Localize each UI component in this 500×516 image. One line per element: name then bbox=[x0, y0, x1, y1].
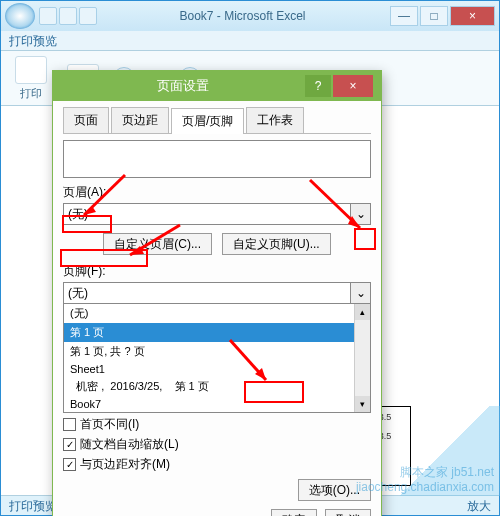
footer-input[interactable] bbox=[63, 282, 351, 304]
dialog-close-button[interactable]: × bbox=[333, 75, 373, 97]
header-preview bbox=[63, 140, 371, 178]
footer-dropdown-list[interactable]: (无) 第 1 页 第 1 页, 共 ? 页 Sheet1 机密 , 2016/… bbox=[63, 303, 371, 413]
checkbox-label: 随文档自动缩放(L) bbox=[80, 436, 179, 453]
dropdown-item[interactable]: (无) bbox=[64, 304, 370, 323]
dialog-help-button[interactable]: ? bbox=[305, 75, 331, 97]
header-dropdown-button[interactable]: ⌄ bbox=[351, 203, 371, 225]
header-input[interactable] bbox=[63, 203, 351, 225]
footer-dropdown-button[interactable]: ⌄ bbox=[351, 282, 371, 304]
dropdown-item[interactable]: 第 1 页, 共 ? 页 bbox=[64, 342, 370, 361]
custom-footer-button[interactable]: 自定义页脚(U)... bbox=[222, 233, 331, 255]
checkbox-diff-first[interactable]: 首页不同(I) bbox=[63, 416, 371, 433]
custom-header-button[interactable]: 自定义页眉(C)... bbox=[103, 233, 212, 255]
qat-undo-icon[interactable] bbox=[59, 7, 77, 25]
dialog-tabs: 页面 页边距 页眉/页脚 工作表 bbox=[63, 107, 371, 134]
scroll-down-icon[interactable]: ▾ bbox=[355, 396, 370, 412]
qat-redo-icon[interactable] bbox=[79, 7, 97, 25]
window-title: Book7 - Microsoft Excel bbox=[97, 9, 388, 23]
scroll-up-icon[interactable]: ▴ bbox=[355, 304, 370, 320]
dropdown-scrollbar[interactable]: ▴ ▾ bbox=[354, 304, 370, 412]
ribbon-tab[interactable]: 打印预览 bbox=[1, 31, 499, 51]
window-buttons: — □ × bbox=[388, 6, 495, 26]
checkbox-label: 与页边距对齐(M) bbox=[80, 456, 170, 473]
options-button[interactable]: 选项(O)... bbox=[298, 479, 371, 501]
dropdown-item[interactable]: 机密 , 2016/3/25, 第 1 页 bbox=[64, 377, 370, 396]
checkbox-align-margin[interactable]: ✓ 与页边距对齐(M) bbox=[63, 456, 371, 473]
office-orb[interactable] bbox=[5, 3, 35, 29]
status-right: 放大 bbox=[467, 498, 491, 513]
dropdown-item[interactable]: Book7 bbox=[64, 396, 370, 412]
header-combo[interactable]: ⌄ bbox=[63, 203, 371, 225]
dialog-body: 页面 页边距 页眉/页脚 工作表 页眉(A): ⌄ 自定义页眉(C)... 自定… bbox=[53, 101, 381, 516]
cancel-button[interactable]: 取消 bbox=[325, 509, 371, 516]
qat-save-icon[interactable] bbox=[39, 7, 57, 25]
page-setup-dialog: 页面设置 ? × 页面 页边距 页眉/页脚 工作表 页眉(A): ⌄ 自定义页眉… bbox=[52, 70, 382, 516]
dialog-title: 页面设置 bbox=[61, 77, 305, 95]
chevron-down-icon: ⌄ bbox=[356, 207, 366, 221]
checkbox-box-checked[interactable]: ✓ bbox=[63, 458, 76, 471]
checkbox-label: 首页不同(I) bbox=[80, 416, 139, 433]
chevron-down-icon: ⌄ bbox=[356, 286, 366, 300]
dialog-titlebar[interactable]: 页面设置 ? × bbox=[53, 71, 381, 101]
window-close-button[interactable]: × bbox=[450, 6, 495, 26]
minimize-button[interactable]: — bbox=[390, 6, 418, 26]
checkbox-scale-doc[interactable]: ✓ 随文档自动缩放(L) bbox=[63, 436, 371, 453]
checkbox-box-checked[interactable]: ✓ bbox=[63, 438, 76, 451]
dialog-footer: 确定 取消 bbox=[63, 509, 371, 516]
quick-access-toolbar bbox=[39, 7, 97, 25]
dropdown-item[interactable]: Sheet1 bbox=[64, 361, 370, 377]
print-label: 打印 bbox=[20, 86, 42, 101]
printer-icon bbox=[15, 56, 47, 84]
tab-page[interactable]: 页面 bbox=[63, 107, 109, 133]
tab-sheet[interactable]: 工作表 bbox=[246, 107, 304, 133]
custom-buttons-row: 自定义页眉(C)... 自定义页脚(U)... bbox=[63, 233, 371, 255]
print-group[interactable]: 打印 bbox=[9, 56, 53, 101]
checkbox-box[interactable] bbox=[63, 418, 76, 431]
title-bar: Book7 - Microsoft Excel — □ × bbox=[1, 1, 499, 31]
options-row: 选项(O)... bbox=[63, 479, 371, 501]
maximize-button[interactable]: □ bbox=[420, 6, 448, 26]
footer-combo[interactable]: ⌄ bbox=[63, 282, 371, 304]
tab-margins[interactable]: 页边距 bbox=[111, 107, 169, 133]
dropdown-item-selected[interactable]: 第 1 页 bbox=[64, 323, 370, 342]
header-label: 页眉(A): bbox=[63, 184, 371, 201]
ok-button[interactable]: 确定 bbox=[271, 509, 317, 516]
footer-label: 页脚(F): bbox=[63, 263, 371, 280]
tab-header-footer[interactable]: 页眉/页脚 bbox=[171, 108, 244, 134]
